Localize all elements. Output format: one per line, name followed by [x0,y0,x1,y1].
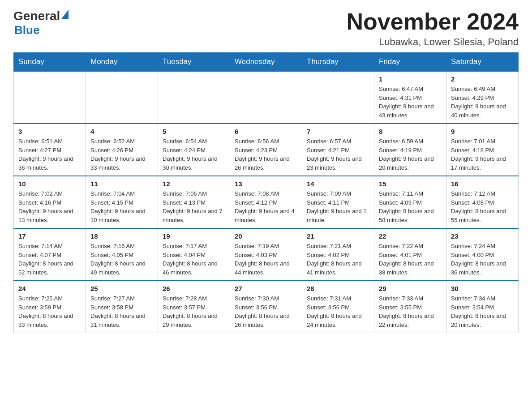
day-info: Sunrise: 7:14 AMSunset: 4:07 PMDaylight:… [18,242,81,277]
calendar-cell [230,71,302,124]
calendar-cell: 7Sunrise: 6:57 AMSunset: 4:21 PMDaylight… [302,124,374,176]
calendar-cell: 11Sunrise: 7:04 AMSunset: 4:15 PMDayligh… [86,176,158,228]
day-info: Sunrise: 7:30 AMSunset: 3:56 PMDaylight:… [235,294,297,329]
calendar-cell: 4Sunrise: 6:52 AMSunset: 4:26 PMDaylight… [86,124,158,176]
weekday-header-monday: Monday [86,53,158,72]
day-number: 14 [307,180,369,188]
calendar-cell: 5Sunrise: 6:54 AMSunset: 4:24 PMDaylight… [158,124,230,176]
day-number: 18 [90,232,153,240]
day-info: Sunrise: 7:16 AMSunset: 4:05 PMDaylight:… [90,242,153,277]
day-info: Sunrise: 6:54 AMSunset: 4:24 PMDaylight:… [163,137,225,172]
calendar-table: SundayMondayTuesdayWednesdayThursdayFrid… [13,52,519,333]
calendar-cell: 27Sunrise: 7:30 AMSunset: 3:56 PMDayligh… [230,281,302,333]
day-number: 10 [18,180,81,188]
calendar-cell: 22Sunrise: 7:22 AMSunset: 4:01 PMDayligh… [374,228,446,281]
calendar-cell: 29Sunrise: 7:33 AMSunset: 3:55 PMDayligh… [374,281,446,333]
day-info: Sunrise: 7:08 AMSunset: 4:12 PMDaylight:… [235,189,297,224]
weekday-header-friday: Friday [374,53,446,72]
day-info: Sunrise: 7:24 AMSunset: 4:00 PMDaylight:… [451,242,514,277]
day-info: Sunrise: 7:19 AMSunset: 4:03 PMDaylight:… [235,242,297,277]
day-info: Sunrise: 7:33 AMSunset: 3:55 PMDaylight:… [379,294,442,329]
day-number: 1 [379,75,442,83]
calendar-week-row: 1Sunrise: 6:47 AMSunset: 4:31 PMDaylight… [14,71,519,124]
day-number: 3 [18,128,81,135]
day-info: Sunrise: 6:47 AMSunset: 4:31 PMDaylight:… [379,85,442,120]
calendar-cell: 20Sunrise: 7:19 AMSunset: 4:03 PMDayligh… [230,228,302,281]
calendar-cell: 3Sunrise: 6:51 AMSunset: 4:27 PMDaylight… [14,124,86,176]
calendar-cell [14,71,86,124]
weekday-header-thursday: Thursday [302,53,374,72]
day-info: Sunrise: 7:09 AMSunset: 4:11 PMDaylight:… [307,189,369,224]
day-info: Sunrise: 7:34 AMSunset: 3:54 PMDaylight:… [451,294,514,329]
calendar-cell: 23Sunrise: 7:24 AMSunset: 4:00 PMDayligh… [446,228,519,281]
day-info: Sunrise: 7:02 AMSunset: 4:16 PMDaylight:… [18,189,81,224]
calendar-week-row: 24Sunrise: 7:25 AMSunset: 3:59 PMDayligh… [14,281,519,333]
day-number: 27 [235,285,297,292]
day-info: Sunrise: 7:21 AMSunset: 4:02 PMDaylight:… [307,242,369,277]
day-number: 5 [163,128,225,135]
day-info: Sunrise: 7:11 AMSunset: 4:09 PMDaylight:… [379,189,442,224]
day-number: 15 [379,180,442,188]
location-title: Lubawka, Lower Silesia, Poland [347,36,519,48]
calendar-cell: 9Sunrise: 7:01 AMSunset: 4:18 PMDaylight… [446,124,519,176]
calendar-cell: 10Sunrise: 7:02 AMSunset: 4:16 PMDayligh… [14,176,86,228]
calendar-week-row: 3Sunrise: 6:51 AMSunset: 4:27 PMDaylight… [14,124,519,176]
day-info: Sunrise: 6:49 AMSunset: 4:29 PMDaylight:… [451,85,514,120]
calendar-cell: 15Sunrise: 7:11 AMSunset: 4:09 PMDayligh… [374,176,446,228]
logo-general-text: General [13,9,60,23]
day-number: 7 [307,128,369,135]
day-number: 29 [379,285,442,292]
calendar-cell: 25Sunrise: 7:27 AMSunset: 3:58 PMDayligh… [86,281,158,333]
calendar-cell: 17Sunrise: 7:14 AMSunset: 4:07 PMDayligh… [14,228,86,281]
calendar-cell: 16Sunrise: 7:12 AMSunset: 4:08 PMDayligh… [446,176,519,228]
logo-triangle-icon [61,10,69,19]
day-number: 17 [18,232,81,240]
calendar-cell: 6Sunrise: 6:56 AMSunset: 4:23 PMDaylight… [230,124,302,176]
calendar-cell [158,71,230,124]
day-number: 23 [451,232,514,240]
day-info: Sunrise: 7:28 AMSunset: 3:57 PMDaylight:… [163,294,225,329]
logo-line1: General [13,9,69,23]
day-info: Sunrise: 7:17 AMSunset: 4:04 PMDaylight:… [163,242,225,277]
calendar-cell: 28Sunrise: 7:31 AMSunset: 3:56 PMDayligh… [302,281,374,333]
calendar-cell: 8Sunrise: 6:59 AMSunset: 4:19 PMDaylight… [374,124,446,176]
calendar-cell: 24Sunrise: 7:25 AMSunset: 3:59 PMDayligh… [14,281,86,333]
calendar-cell: 2Sunrise: 6:49 AMSunset: 4:29 PMDaylight… [446,71,519,124]
day-info: Sunrise: 7:31 AMSunset: 3:56 PMDaylight:… [307,294,369,329]
day-info: Sunrise: 6:59 AMSunset: 4:19 PMDaylight:… [379,137,442,172]
month-title: November 2024 [347,9,519,34]
day-number: 25 [90,285,153,292]
logo: General Blue [13,9,69,37]
calendar-week-row: 10Sunrise: 7:02 AMSunset: 4:16 PMDayligh… [14,176,519,228]
calendar-cell: 19Sunrise: 7:17 AMSunset: 4:04 PMDayligh… [158,228,230,281]
day-info: Sunrise: 7:27 AMSunset: 3:58 PMDaylight:… [90,294,153,329]
day-info: Sunrise: 6:52 AMSunset: 4:26 PMDaylight:… [90,137,153,172]
day-number: 13 [235,180,297,188]
day-info: Sunrise: 7:06 AMSunset: 4:13 PMDaylight:… [163,189,225,224]
day-info: Sunrise: 7:01 AMSunset: 4:18 PMDaylight:… [451,137,514,172]
day-number: 19 [163,232,225,240]
day-info: Sunrise: 7:22 AMSunset: 4:01 PMDaylight:… [379,242,442,277]
day-number: 2 [451,75,514,83]
day-number: 12 [163,180,225,188]
calendar-cell: 26Sunrise: 7:28 AMSunset: 3:57 PMDayligh… [158,281,230,333]
day-number: 4 [90,128,153,135]
calendar-cell: 13Sunrise: 7:08 AMSunset: 4:12 PMDayligh… [230,176,302,228]
day-number: 26 [163,285,225,292]
day-number: 24 [18,285,81,292]
day-info: Sunrise: 7:25 AMSunset: 3:59 PMDaylight:… [18,294,81,329]
day-number: 8 [379,128,442,135]
day-info: Sunrise: 7:04 AMSunset: 4:15 PMDaylight:… [90,189,153,224]
day-number: 20 [235,232,297,240]
logo-blue-text: Blue [14,23,39,37]
calendar-cell [86,71,158,124]
weekday-header-wednesday: Wednesday [230,53,302,72]
calendar-cell: 21Sunrise: 7:21 AMSunset: 4:02 PMDayligh… [302,228,374,281]
day-number: 6 [235,128,297,135]
day-info: Sunrise: 7:12 AMSunset: 4:08 PMDaylight:… [451,189,514,224]
calendar-cell: 14Sunrise: 7:09 AMSunset: 4:11 PMDayligh… [302,176,374,228]
day-info: Sunrise: 6:51 AMSunset: 4:27 PMDaylight:… [18,137,81,172]
calendar-week-row: 17Sunrise: 7:14 AMSunset: 4:07 PMDayligh… [14,228,519,281]
day-number: 11 [90,180,153,188]
calendar-cell: 30Sunrise: 7:34 AMSunset: 3:54 PMDayligh… [446,281,519,333]
